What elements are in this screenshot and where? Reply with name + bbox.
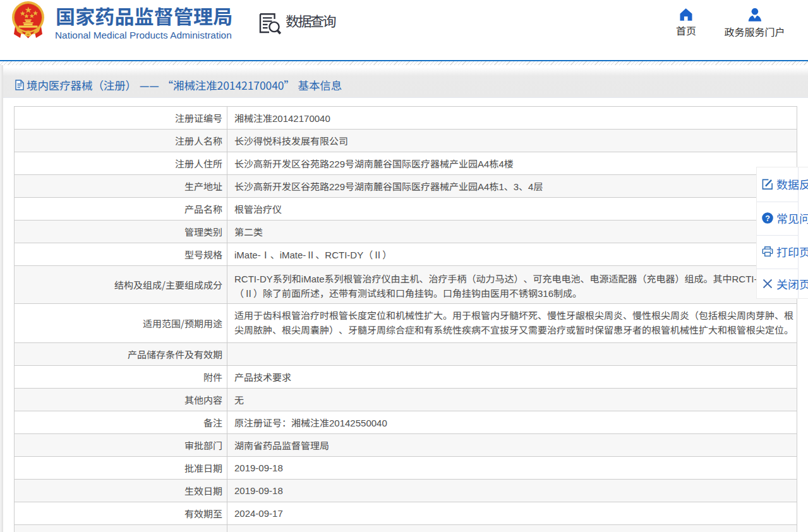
svg-text:?: ?: [765, 214, 770, 223]
